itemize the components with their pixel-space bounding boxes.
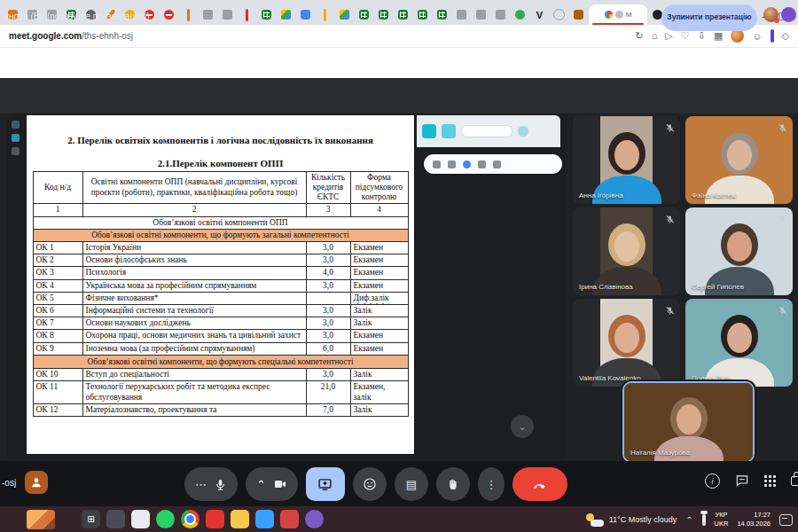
table-cell: ОК 1 [33,241,82,254]
bar-yellow-favicon [324,9,326,21]
meeting-app-icon[interactable] [25,471,48,494]
stop-presentation-button[interactable]: Зупинити презентацію [661,4,757,31]
browser-tab[interactable] [511,4,529,25]
participant-tile[interactable]: Сергей Гиполев [685,207,793,295]
table-row: ОК 6Інформаційні системи та технології3,… [33,304,408,317]
table-cell: 3,0 [306,304,350,317]
end-call-button[interactable] [512,467,567,501]
people-icon[interactable] [106,510,125,528]
browser-tab[interactable]: V [530,4,549,25]
participant-tile[interactable]: Поліна Рудь [685,299,793,387]
browser-tab-active[interactable]: M [589,4,647,25]
raise-hand-button[interactable] [436,467,470,501]
profile-avatar[interactable] [731,29,744,43]
browser-tab[interactable] [257,4,276,25]
partly-cloudy-icon [586,513,604,527]
browser-tab[interactable] [413,4,432,25]
host-controls-button[interactable] [791,476,798,486]
participant-tile[interactable]: Фаїна Костюк [685,116,793,204]
participants-grid: Анна ІгорівнаФаїна КостюкІрина Славінова… [573,116,793,387]
whatsapp-icon[interactable] [156,510,175,528]
toolbar-icon [463,160,471,168]
diamond-extension-icon[interactable]: ◇ [782,30,789,42]
chrome-icon[interactable] [181,510,200,528]
download-icon[interactable]: ⇩ [698,30,706,42]
chat-button[interactable] [735,474,749,488]
purple-extension-indicator [771,29,774,43]
refresh-icon[interactable]: ↻ [635,30,643,42]
scroll-down-button[interactable]: ⌄ [511,415,534,438]
activities-button[interactable] [764,475,776,487]
table-header: Освітні компоненти ОПП (навчальні дисцип… [82,171,306,204]
home-icon[interactable]: ⌂ [652,30,658,42]
language-indicator[interactable]: УКР UKR [715,511,729,528]
browser-tab[interactable] [296,4,315,25]
browser-tab[interactable] [550,4,568,25]
active-speaker-tile[interactable]: Наталія Мазурова [622,381,755,463]
letter-v-favicon: V [536,10,543,20]
browser-tab[interactable] [160,4,178,25]
heart-icon[interactable]: ♡ [681,30,690,42]
participant-tile[interactable]: Анна Ігорівна [573,116,680,204]
participant-tile[interactable]: Valentiia Kovalenko [573,299,680,387]
search-pill [461,125,512,137]
file-explorer-icon[interactable] [131,510,150,528]
browser-tab[interactable] [452,4,471,25]
table-cell: Матеріалознавство, проектування та [82,403,306,416]
more-options-button[interactable]: ⋮ [478,467,505,501]
browser-tab[interactable] [374,4,393,25]
opera-icon[interactable] [206,510,224,528]
browser-tab[interactable] [355,4,373,25]
present-screen-button[interactable] [306,467,345,501]
presented-toolbar-fragment [424,154,562,174]
table-cell: ОК 8 [33,330,82,342]
browser-tab[interactable] [472,4,490,25]
play-icon[interactable]: ▷ [665,30,672,42]
browser-tab[interactable] [394,4,412,25]
red-app-icon[interactable] [280,510,299,528]
browser-tab[interactable] [238,4,256,25]
more-dots-icon[interactable]: ⋯ [195,479,207,490]
notification-center-icon[interactable] [779,514,793,526]
captions-button[interactable]: ▤ [395,467,428,501]
browser-tab[interactable] [277,4,295,25]
stop-favicon [164,10,174,20]
tray-overflow-chevron[interactable]: ⌃ [685,515,692,525]
participant-name: Анна Ігорівна [579,192,623,200]
participant-tile[interactable]: Ірина Славінова [573,207,680,295]
browser-tab[interactable] [569,4,588,25]
taskbar-apps: ⊞ [82,510,324,528]
bar-orange-favicon [187,9,190,21]
camera-button[interactable]: ⌃ [246,467,298,501]
table-section-cell: Обов’язкові освітні компоненти, що форму… [33,355,408,368]
reactions-button[interactable] [353,467,387,501]
browser-tab[interactable] [335,4,354,25]
table-cell: Екзамен [350,330,408,342]
grid-icon[interactable]: ▦ [714,30,723,42]
bookmarks-bar-empty [0,48,798,78]
violet-app-icon[interactable] [305,510,324,528]
browser-tab[interactable] [199,4,217,25]
browser-tab[interactable] [433,4,451,25]
table-row: Обов’язкові освітні компоненти, що форму… [33,229,408,241]
browser-tab[interactable] [179,4,198,25]
browser-tab[interactable] [218,4,237,25]
mic-button[interactable]: ⋯ [184,467,238,501]
folder-icon[interactable] [231,510,249,528]
browser-tab[interactable] [491,4,510,25]
emoji-extension-icon[interactable]: ☺ [752,31,762,42]
clock[interactable]: 17:27 14.03.2026 [737,511,771,528]
blue-app-icon[interactable] [255,510,274,528]
pen-icon[interactable] [702,514,706,526]
browser-tab[interactable] [316,4,334,25]
table-cell: ОК 9 [33,342,82,355]
info-button[interactable]: i [705,473,720,489]
table-cell: Основи філософських знань [82,254,306,267]
time-text: 17:27 [754,511,771,520]
participant-avatars[interactable] [763,7,796,22]
avatar [781,7,796,22]
task-view-icon[interactable]: ⊞ [82,510,100,528]
weather-widget[interactable]: 11°C Mostly cloudy [586,513,677,527]
widgets-button[interactable] [27,510,55,529]
chevron-up-icon[interactable]: ⌃ [256,479,266,490]
